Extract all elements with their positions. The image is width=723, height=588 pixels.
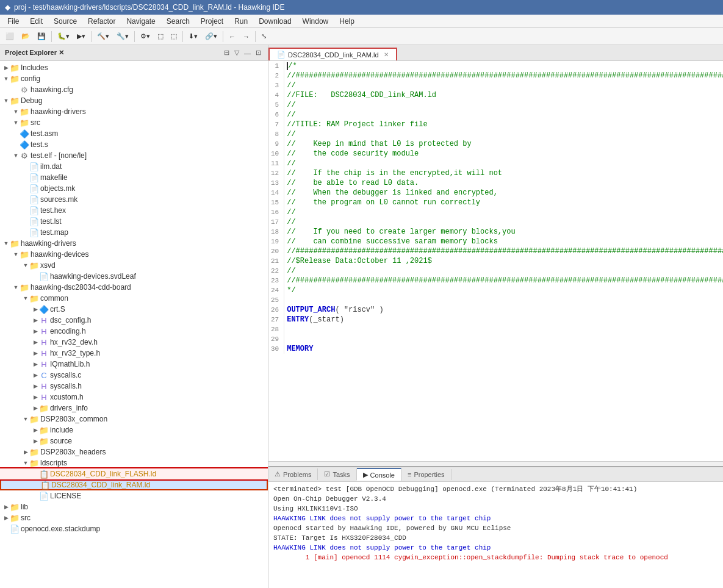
tree-item-haawking-drivers-root[interactable]: ▼📁haawking-drivers — [0, 238, 268, 249]
tree-item-hx-rv32-type-h[interactable]: ▶Hhx_rv32_type.h — [0, 348, 268, 359]
line-code-30[interactable]: MEMORY — [284, 344, 723, 354]
line-code-2[interactable]: //######################################… — [284, 71, 723, 81]
tree-item-objects-mk[interactable]: 📄objects.mk — [0, 183, 268, 194]
tree-expand-dsc28034-flash-ld[interactable] — [32, 470, 39, 478]
tree-item-syscalls-h[interactable]: ▶Hsyscalls.h — [0, 381, 268, 392]
toolbar-debug[interactable]: 🐛▾ — [54, 30, 73, 42]
tree-item-syscalls-c[interactable]: ▶Csyscalls.c — [0, 370, 268, 381]
tree-expand-hx-rv32-dev-h[interactable]: ▶ — [32, 339, 39, 346]
tree-item-iqmathlib-h[interactable]: ▶HIQmathLib.h — [0, 359, 268, 370]
tree-item-dsc-config-h[interactable]: ▶Hdsc_config.h — [0, 315, 268, 326]
tree-item-drivers-info[interactable]: ▶📁drivers_info — [0, 403, 268, 414]
line-code-19[interactable]: // can combine successive saram memory b… — [284, 237, 723, 246]
tab-problems[interactable]: ⚠ Problems — [268, 468, 318, 480]
line-code-25[interactable] — [284, 295, 723, 305]
toolbar-next[interactable]: → — [240, 31, 253, 42]
line-code-9[interactable]: // Keep in mind that L0 is protected by — [284, 139, 723, 149]
tree-item-sources-mk[interactable]: 📄sources.mk — [0, 194, 268, 205]
line-code-14[interactable]: // When the debugger is linked and encry… — [284, 188, 723, 198]
tab-close[interactable]: ✕ — [384, 51, 389, 58]
toolbar-connect[interactable]: 🔗▾ — [202, 30, 220, 42]
toolbar-open[interactable]: 📂 — [18, 30, 33, 42]
tree-item-test-hex[interactable]: 📄test.hex — [0, 205, 268, 216]
tree-expand-dsc-config-h[interactable]: ▶ — [32, 317, 39, 324]
line-code-15[interactable]: // the program on L0 cannot run correctl… — [284, 198, 723, 207]
tree-expand-include[interactable]: ▶ — [32, 426, 39, 434]
tree-expand-drivers-info[interactable]: ▶ — [32, 404, 39, 412]
explorer-collapse-all[interactable]: ⊟ — [222, 48, 231, 57]
tree-item-test-map[interactable]: 📄test.map — [0, 227, 268, 238]
menu-project[interactable]: Project — [196, 16, 228, 27]
line-code-22[interactable]: // — [284, 266, 723, 276]
tree-expand-test-s[interactable] — [12, 141, 20, 148]
tree-item-hx-rv32-dev-h[interactable]: ▶Hhx_rv32_dev.h — [0, 337, 268, 348]
tree-expand-dsp2803x-headers[interactable]: ▶ — [22, 448, 29, 456]
tab-tasks[interactable]: ☑ Tasks — [318, 468, 356, 480]
toolbar-build[interactable]: 🔨▾ — [94, 30, 112, 42]
line-code-4[interactable]: //FILE: DSC28034_CDD_link_RAM.ld — [284, 90, 723, 100]
tree-expand-xsvd[interactable]: ▼ — [22, 262, 29, 269]
tree-expand-test-hex[interactable] — [22, 207, 29, 214]
tree-item-haawking-drivers[interactable]: ▼📁haawking-drivers — [0, 106, 268, 117]
tree-expand-src[interactable]: ▼ — [12, 119, 20, 126]
line-code-8[interactable]: // — [284, 129, 723, 139]
line-code-5[interactable]: // — [284, 100, 723, 110]
tree-item-common[interactable]: ▼📁common — [0, 293, 268, 304]
tree-expand-makefile[interactable] — [22, 174, 29, 181]
tab-console[interactable]: ▶ Console — [357, 468, 401, 481]
tree-container[interactable]: ▶📁Includes▼📁config⚙haawking.cfg▼📁Debug▼📁… — [0, 61, 268, 588]
tree-item-dsp2803x-headers[interactable]: ▶📁DSP2803x_headers — [0, 446, 268, 457]
editor-tab-ram-ld[interactable]: 📄 DSC28034_CDD_link_RAM.ld ✕ — [268, 48, 397, 60]
toolbar-maximize[interactable]: ⤡ — [258, 30, 270, 42]
explorer-maximize[interactable]: ⊡ — [254, 48, 263, 57]
tree-expand-common[interactable]: ▼ — [22, 295, 29, 302]
menu-run[interactable]: Run — [229, 16, 253, 27]
tree-expand-objects-mk[interactable] — [22, 185, 29, 192]
tree-expand-test-asm[interactable] — [12, 130, 20, 137]
tree-expand-lib[interactable]: ▶ — [2, 503, 10, 511]
menu-refactor[interactable]: Refactor — [83, 16, 120, 27]
tree-expand-sources-mk[interactable] — [22, 196, 29, 203]
menu-search[interactable]: Search — [162, 16, 195, 27]
tree-item-source[interactable]: ▶📁source — [0, 436, 268, 446]
toolbar-new[interactable]: ⬜ — [2, 30, 17, 42]
line-code-13[interactable]: // be able to read L0 data. — [284, 178, 723, 188]
tree-item-ldscripts[interactable]: ▼📁ldscripts — [0, 457, 268, 468]
line-code-10[interactable]: // the code security module — [284, 149, 723, 159]
tree-expand-syscalls-c[interactable]: ▶ — [32, 371, 39, 379]
explorer-minimize[interactable]: — — [242, 48, 253, 57]
tree-expand-includes[interactable]: ▶ — [2, 64, 10, 71]
line-code-23[interactable]: //######################################… — [284, 276, 723, 285]
tree-expand-debug[interactable]: ▼ — [2, 97, 10, 104]
tree-item-license[interactable]: 📄LICENSE — [0, 490, 268, 501]
line-code-1[interactable]: /* — [284, 61, 723, 71]
tree-item-includes[interactable]: ▶📁Includes — [0, 62, 268, 73]
tree-expand-src-root[interactable]: ▶ — [2, 514, 10, 522]
line-code-17[interactable]: // — [284, 217, 723, 227]
horizontal-scrollbar[interactable] — [268, 461, 723, 466]
tree-item-dsc28034-flash-ld[interactable]: 📋DSC28034_CDD_link_FLASH.ld — [0, 468, 268, 479]
tree-item-test-s[interactable]: 🔷test.s — [0, 139, 268, 150]
tree-item-dsp2803x-common[interactable]: ▼📁DSP2803x_common — [0, 414, 268, 425]
tree-item-haawking-cfg[interactable]: ⚙haawking.cfg — [0, 84, 268, 95]
line-code-26[interactable]: OUTPUT_ARCH( "riscv" ) — [284, 305, 723, 315]
line-code-7[interactable]: //TITLE: RAM Project linker file — [284, 120, 723, 129]
tree-item-dsc28034-ram-ld[interactable]: 📋DSC28034_CDD_link_RAM.ld — [0, 479, 268, 490]
toolbar-tools[interactable]: 🔧▾ — [113, 30, 132, 42]
tree-expand-ldscripts[interactable]: ▼ — [22, 459, 29, 467]
line-code-24[interactable]: */ — [284, 285, 723, 295]
line-code-27[interactable]: ENTRY(_start) — [284, 315, 723, 324]
menu-source[interactable]: Source — [49, 16, 82, 27]
tree-expand-hx-rv32-type-h[interactable]: ▶ — [32, 350, 39, 357]
line-code-12[interactable]: // If the chip is in the encrypted,it wi… — [284, 168, 723, 178]
tree-expand-xcustom-h[interactable]: ▶ — [32, 393, 39, 401]
tree-item-ilm-dat[interactable]: 📄ilm.dat — [0, 161, 268, 172]
tree-item-config[interactable]: ▼📁config — [0, 73, 268, 84]
tree-expand-haawking-drivers-root[interactable]: ▼ — [2, 240, 10, 247]
tree-expand-config[interactable]: ▼ — [2, 75, 10, 82]
menu-edit[interactable]: Edit — [25, 16, 48, 27]
menu-navigate[interactable]: Navigate — [121, 16, 160, 27]
tree-item-include[interactable]: ▶📁include — [0, 425, 268, 436]
tree-expand-ilm-dat[interactable] — [22, 163, 29, 170]
menu-file[interactable]: File — [2, 16, 24, 27]
